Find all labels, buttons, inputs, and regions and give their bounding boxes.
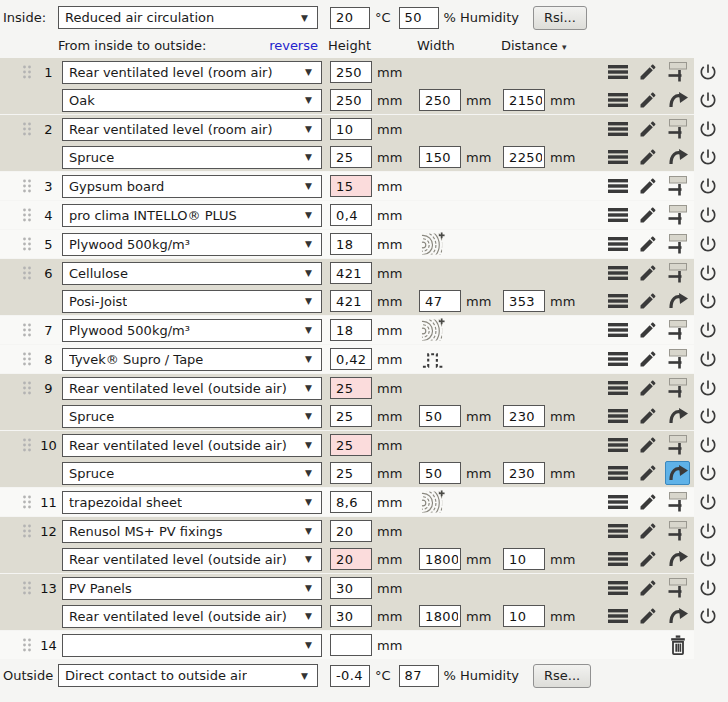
drag-handle-icon[interactable] bbox=[21, 523, 35, 539]
add-layer-button[interactable] bbox=[665, 261, 690, 285]
height-input[interactable] bbox=[330, 233, 372, 255]
pencil-button[interactable] bbox=[635, 404, 660, 428]
pencil-button[interactable] bbox=[635, 433, 660, 457]
add-layer-button[interactable] bbox=[665, 376, 690, 400]
material-select[interactable]: Rear ventilated level (outside air)▼ bbox=[62, 548, 322, 571]
outside-temperature-input[interactable] bbox=[330, 665, 370, 687]
power-button[interactable] bbox=[695, 347, 720, 371]
power-button[interactable] bbox=[695, 547, 720, 571]
pencil-button[interactable] bbox=[635, 145, 660, 169]
turn-arrow-button[interactable] bbox=[665, 88, 690, 112]
material-select[interactable]: Spruce▼ bbox=[62, 462, 322, 485]
distance-input[interactable] bbox=[503, 548, 545, 570]
width-input[interactable] bbox=[419, 290, 461, 312]
material-select[interactable]: Rear ventilated level (outside air)▼ bbox=[62, 377, 322, 400]
pencil-button[interactable] bbox=[635, 519, 660, 543]
pencil-button[interactable] bbox=[635, 174, 660, 198]
distance-input[interactable] bbox=[503, 146, 545, 168]
power-button[interactable] bbox=[695, 604, 720, 628]
distance-column-header[interactable]: Distance ▾ bbox=[501, 38, 567, 53]
material-select[interactable]: ▼ bbox=[62, 634, 322, 657]
add-layer-button[interactable] bbox=[665, 490, 690, 514]
menu-button[interactable] bbox=[605, 145, 630, 169]
drag-handle-icon[interactable] bbox=[21, 322, 35, 338]
height-input[interactable] bbox=[330, 491, 372, 513]
distance-input[interactable] bbox=[503, 89, 545, 111]
pencil-button[interactable] bbox=[635, 289, 660, 313]
material-select[interactable]: Tyvek® Supro / Tape▼ bbox=[62, 348, 322, 371]
trash-button[interactable] bbox=[665, 633, 690, 657]
wood-grain-icon[interactable] bbox=[421, 317, 446, 343]
material-select[interactable]: Spruce▼ bbox=[62, 146, 322, 169]
power-button[interactable] bbox=[695, 117, 720, 141]
power-button[interactable] bbox=[695, 576, 720, 600]
power-button[interactable] bbox=[695, 88, 720, 112]
menu-button[interactable] bbox=[605, 604, 630, 628]
menu-button[interactable] bbox=[605, 261, 630, 285]
material-select[interactable]: pro clima INTELLO® PLUS▼ bbox=[62, 204, 322, 227]
menu-button[interactable] bbox=[605, 376, 630, 400]
menu-button[interactable] bbox=[605, 60, 630, 84]
height-input[interactable] bbox=[330, 262, 372, 284]
drag-handle-icon[interactable] bbox=[21, 494, 35, 510]
height-input[interactable] bbox=[330, 577, 372, 599]
add-layer-button[interactable] bbox=[665, 203, 690, 227]
add-layer-button[interactable] bbox=[665, 519, 690, 543]
add-layer-button[interactable] bbox=[665, 117, 690, 141]
turn-arrow-button[interactable] bbox=[665, 145, 690, 169]
height-input[interactable] bbox=[330, 290, 372, 312]
material-select[interactable]: Renusol MS+ PV fixings▼ bbox=[62, 520, 322, 543]
add-layer-button[interactable] bbox=[665, 60, 690, 84]
wood-grain-icon[interactable] bbox=[421, 489, 446, 515]
height-input[interactable] bbox=[330, 61, 372, 83]
material-select[interactable]: trapezoidal sheet▼ bbox=[62, 491, 322, 514]
pencil-button[interactable] bbox=[635, 88, 660, 112]
height-input[interactable] bbox=[330, 348, 372, 370]
power-button[interactable] bbox=[695, 60, 720, 84]
menu-button[interactable] bbox=[605, 117, 630, 141]
height-input[interactable] bbox=[330, 377, 372, 399]
power-button[interactable] bbox=[695, 318, 720, 342]
width-input[interactable] bbox=[419, 605, 461, 627]
height-input[interactable] bbox=[330, 175, 372, 197]
pencil-button[interactable] bbox=[635, 203, 660, 227]
height-input[interactable] bbox=[330, 548, 372, 570]
menu-button[interactable] bbox=[605, 404, 630, 428]
menu-button[interactable] bbox=[605, 547, 630, 571]
width-input[interactable] bbox=[419, 146, 461, 168]
power-button[interactable] bbox=[695, 174, 720, 198]
width-input[interactable] bbox=[419, 548, 461, 570]
material-select[interactable]: Spruce▼ bbox=[62, 405, 322, 428]
pencil-button[interactable] bbox=[635, 117, 660, 141]
power-button[interactable] bbox=[695, 519, 720, 543]
distance-input[interactable] bbox=[503, 290, 545, 312]
material-select[interactable]: Rear ventilated level (room air)▼ bbox=[62, 61, 322, 84]
inside-temperature-input[interactable] bbox=[330, 7, 370, 29]
power-button[interactable] bbox=[695, 289, 720, 313]
power-button[interactable] bbox=[695, 232, 720, 256]
pencil-button[interactable] bbox=[635, 576, 660, 600]
drag-handle-icon[interactable] bbox=[21, 380, 35, 396]
pencil-button[interactable] bbox=[635, 604, 660, 628]
height-input[interactable] bbox=[330, 462, 372, 484]
turn-arrow-button[interactable] bbox=[665, 289, 690, 313]
material-select[interactable]: Cellulose▼ bbox=[62, 262, 322, 285]
pencil-button[interactable] bbox=[635, 490, 660, 514]
drag-handle-icon[interactable] bbox=[21, 236, 35, 252]
height-input[interactable] bbox=[330, 146, 372, 168]
outside-condition-select[interactable]: Direct contact to outside air ▼ bbox=[58, 664, 318, 687]
power-button[interactable] bbox=[695, 376, 720, 400]
turn-arrow-button[interactable] bbox=[665, 604, 690, 628]
menu-button[interactable] bbox=[605, 203, 630, 227]
power-button[interactable] bbox=[695, 404, 720, 428]
menu-button[interactable] bbox=[605, 461, 630, 485]
menu-button[interactable] bbox=[605, 576, 630, 600]
turn-arrow-button[interactable] bbox=[665, 547, 690, 571]
wood-grain-icon[interactable] bbox=[421, 231, 446, 257]
height-input[interactable] bbox=[330, 605, 372, 627]
power-button[interactable] bbox=[695, 203, 720, 227]
power-button[interactable] bbox=[695, 490, 720, 514]
material-select[interactable]: Plywood 500kg/m³▼ bbox=[62, 319, 322, 342]
height-input[interactable] bbox=[330, 520, 372, 542]
width-input[interactable] bbox=[419, 89, 461, 111]
